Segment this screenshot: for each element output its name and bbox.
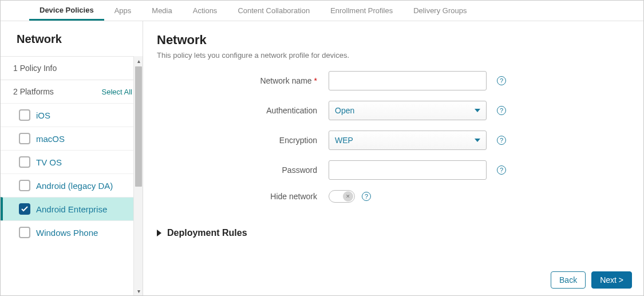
encryption-value: WEP [335,136,353,145]
platform-label: TV OS [36,157,62,167]
help-icon[interactable]: ? [497,165,506,175]
deployment-rules-label: Deployment Rules [167,228,247,238]
scroll-up-icon[interactable]: ▴ [134,56,143,65]
footer-buttons: Back Next > [551,271,632,289]
authentication-select[interactable]: Open [329,101,487,120]
select-all-link[interactable]: Select All [102,88,132,96]
label-network-name: Network name * [157,76,329,85]
tab-actions[interactable]: Actions [183,1,228,21]
checkbox-icon[interactable] [19,180,30,191]
authentication-value: Open [335,106,354,115]
page-title: Network [157,33,630,48]
platform-label: Android Enterprise [36,204,107,214]
next-button[interactable]: Next > [591,271,632,289]
scroll-down-icon[interactable]: ▾ [134,286,143,295]
platform-label: Android (legacy DA) [36,181,113,191]
tab-apps[interactable]: Apps [104,1,142,21]
label-encryption: Encryption [157,136,329,145]
label-authentication: Authentication [157,106,329,115]
encryption-select[interactable]: WEP [329,131,487,150]
help-icon[interactable]: ? [497,106,506,115]
checkbox-icon[interactable] [19,227,30,238]
chevron-down-icon [475,109,480,112]
help-icon[interactable]: ? [497,76,506,85]
network-name-input[interactable] [329,71,487,90]
caret-right-icon [157,230,161,236]
sidebar-title: Network [1,21,143,56]
platform-label: macOS [36,134,65,144]
sidebar: Network 1 Policy Info 2 Platforms Select… [1,21,143,295]
platform-label: Windows Phone [36,228,98,238]
page-subtitle: This policy lets you configure a network… [157,51,630,60]
hide-network-toggle[interactable] [329,190,355,203]
label-password: Password [157,165,329,175]
platform-item-ios[interactable]: iOS [1,103,143,127]
chevron-down-icon [475,139,480,142]
sidebar-scrollbar[interactable]: ▴ ▾ [133,56,143,295]
platform-item-tvos[interactable]: TV OS [1,150,143,173]
deployment-rules-toggle[interactable]: Deployment Rules [157,228,630,238]
checkbox-icon[interactable] [19,156,30,168]
tab-delivery-groups[interactable]: Delivery Groups [403,1,477,21]
tab-content-collaboration[interactable]: Content Collaboration [227,1,320,21]
help-icon[interactable]: ? [362,192,371,201]
help-icon[interactable]: ? [497,136,506,145]
platform-item-windows-phone[interactable]: Windows Phone [1,220,143,244]
checkbox-icon[interactable] [19,203,30,215]
tab-enrollment-profiles[interactable]: Enrollment Profiles [320,1,403,21]
label-hide-network: Hide network [157,192,329,201]
back-button[interactable]: Back [551,271,586,289]
platform-item-android-legacy[interactable]: Android (legacy DA) [1,173,143,197]
step1-label: 1 Policy Info [13,64,57,73]
sidebar-step-platforms[interactable]: 2 Platforms Select All [1,80,143,103]
platform-label: iOS [36,110,50,120]
sidebar-step-policy-info[interactable]: 1 Policy Info [1,56,143,80]
password-input[interactable] [329,160,487,180]
tab-device-policies[interactable]: Device Policies [29,1,104,21]
main-panel: Network This policy lets you configure a… [143,21,643,295]
top-tabs: Device Policies Apps Media Actions Conte… [1,1,643,21]
checkbox-icon[interactable] [19,133,30,144]
platform-item-android-enterprise[interactable]: Android Enterprise [1,197,143,220]
tab-media[interactable]: Media [141,1,182,21]
scroll-thumb[interactable] [135,66,142,187]
checkbox-icon[interactable] [19,109,30,121]
platform-item-macos[interactable]: macOS [1,127,143,150]
toggle-knob-off-icon [343,191,353,202]
step2-label: 2 Platforms [13,87,54,96]
